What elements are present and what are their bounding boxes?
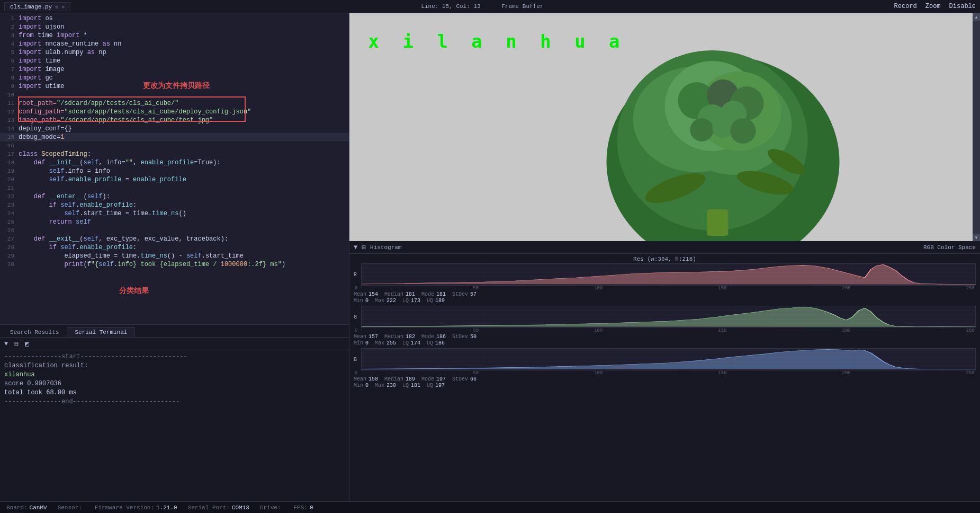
editor-bottom-tabs: Search Results Serial Terminal: [0, 324, 349, 337]
frame-buffer: x i l a n h u a ▲ ▼: [349, 13, 980, 241]
line-content: return self: [19, 218, 349, 226]
histogram-resolution: Res (w:384, h:216): [354, 256, 976, 262]
terminal-icon1[interactable]: ⊟: [14, 340, 19, 348]
line-number: 16: [0, 141, 19, 150]
fps-value: 0: [310, 505, 313, 511]
histogram-expand-icon[interactable]: ⊟: [362, 243, 366, 252]
collapse-terminal-icon[interactable]: ▼: [4, 340, 8, 348]
left-panel: 1import os2import ujson3from time import…: [0, 13, 349, 501]
tab-bar: cls_image.py ⇅ ✕: [4, 2, 70, 11]
board-status: Board: CanMV: [6, 505, 47, 511]
line-content: self.info = info: [19, 167, 349, 175]
terminal-content: ---------------start--------------------…: [0, 350, 349, 501]
svg-point-13: [713, 117, 734, 138]
line-number: 24: [0, 209, 19, 218]
tab-close-icon[interactable]: ✕: [61, 4, 65, 10]
zoom-button[interactable]: Zoom: [925, 3, 941, 10]
cursor-position: Line: 15, Col: 13 Frame Buffer: [421, 3, 543, 10]
terminal-line: ---------------end----------------------…: [4, 397, 345, 406]
svg-text:x i l a n h u a: x i l a n h u a: [368, 31, 626, 52]
line-content: print(f"{self.info} took {elapsed_time /…: [19, 260, 349, 269]
line-number: 12: [0, 108, 19, 116]
b-histogram-chart: [361, 348, 976, 370]
annotation-path-label: 更改为文件拷贝路径: [143, 81, 210, 91]
record-button[interactable]: Record: [894, 3, 917, 10]
code-line-19: 19 self.info = info: [0, 167, 349, 175]
code-line-16: 16: [0, 141, 349, 150]
line-content: import ulab.numpy as np: [19, 48, 349, 57]
scroll-down-arrow[interactable]: ▼: [973, 234, 980, 241]
scroll-up-arrow[interactable]: ▲: [973, 13, 980, 21]
line-content: if self.enable_profile:: [19, 201, 349, 209]
toolbar-right: Record Zoom Disable: [894, 3, 976, 10]
status-bar: Board: CanMV Sensor: Firmware Version: 1…: [0, 501, 980, 513]
code-line-7: 7import image: [0, 65, 349, 74]
line-number: 15: [0, 133, 19, 141]
code-line-10: 10: [0, 91, 349, 99]
histogram-panel: ▼ ⊟ Histogram RGB Color Space Res (w:384…: [349, 241, 980, 501]
frame-scroll-bar: ▲ ▼: [973, 13, 980, 241]
right-panel: x i l a n h u a ▲ ▼ ▼ ⊟ Histogram RGB Co…: [349, 13, 980, 501]
file-tab-label: cls_image.py: [10, 4, 52, 10]
line-content: if self.enable_profile:: [19, 243, 349, 252]
line-content: import time: [19, 57, 349, 65]
line-content: config_path="sdcard/app/tests/cls_ai_cub…: [19, 108, 349, 116]
terminal-line: classification result:: [4, 361, 345, 370]
code-line-30: 30 print(f"{self.info} took {elapsed_tim…: [0, 260, 349, 269]
terminal-line: score 0.9007036: [4, 379, 345, 388]
code-line-13: 13image_path="/sdcard/app/tests/cls_ai_c…: [0, 116, 349, 125]
code-editor[interactable]: 1import os2import ujson3from time import…: [0, 13, 349, 324]
tab-arrows-icon: ⇅: [55, 4, 58, 10]
channel-b-section: B: [354, 348, 976, 388]
line-number: 29: [0, 252, 19, 260]
histogram-colorspace: RGB Color Space: [923, 244, 976, 251]
line-content: self.start_time = time.time_ns(): [19, 209, 349, 218]
terminal-line: total took 68.00 ms: [4, 388, 345, 397]
collapse-histogram-icon[interactable]: ▼: [354, 244, 357, 251]
line-number: 6: [0, 57, 19, 65]
g-stats-row2: Min0 Max255 LQ174 UQ186: [354, 340, 976, 346]
code-line-26: 26: [0, 226, 349, 235]
line-number: 18: [0, 158, 19, 167]
line-content: [19, 91, 349, 99]
code-lines: 1import os2import ujson3from time import…: [0, 13, 349, 270]
line-number: 3: [0, 31, 19, 40]
line-content: debug_mode=1: [19, 133, 349, 141]
line-number: 26: [0, 226, 19, 235]
disable-button[interactable]: Disable: [949, 3, 976, 10]
main-content: 1import os2import ujson3from time import…: [0, 13, 980, 501]
code-line-21: 21: [0, 184, 349, 192]
code-line-25: 25 return self: [0, 218, 349, 226]
code-line-2: 2import ujson: [0, 23, 349, 31]
line-number: 13: [0, 116, 19, 125]
line-number: 11: [0, 99, 19, 108]
line-number: 1: [0, 14, 19, 23]
histogram-content: Res (w:384, h:216) R: [349, 254, 980, 501]
g-histogram-chart: [361, 306, 976, 328]
g-axis: 050100150200250: [354, 328, 976, 333]
board-value: CanMV: [30, 505, 47, 511]
serial-status: Serial Port: COM13: [188, 505, 249, 511]
r-histogram-chart: [361, 263, 976, 286]
line-number: 7: [0, 65, 19, 74]
scroll-track: [973, 21, 980, 234]
terminal-icon2[interactable]: ◩: [25, 340, 29, 348]
search-results-tab[interactable]: Search Results: [2, 327, 67, 337]
terminal-toolbar: ▼ ⊟ ◩: [0, 338, 349, 350]
line-content: deploy_conf={}: [19, 125, 349, 133]
line-number: 8: [0, 74, 19, 82]
r-stats-row2: Min0 Max222 LQ173 UQ189: [354, 298, 976, 304]
line-number: 5: [0, 48, 19, 57]
sensor-status: Sensor:: [58, 505, 84, 511]
code-line-5: 5import ulab.numpy as np: [0, 48, 349, 57]
code-line-20: 20 self.enable_profile = enable_profile: [0, 175, 349, 184]
line-content: from time import *: [19, 31, 349, 40]
terminal-line: xilanhua: [4, 370, 345, 379]
board-label: Board:: [6, 505, 28, 511]
serial-terminal-tab[interactable]: Serial Terminal: [67, 327, 135, 337]
broccoli-svg: x i l a n h u a: [349, 13, 980, 241]
channel-r-section: R: [354, 263, 976, 304]
line-number: 27: [0, 235, 19, 243]
file-tab[interactable]: cls_image.py ⇅ ✕: [4, 2, 70, 11]
drive-label: Drive:: [260, 505, 281, 511]
